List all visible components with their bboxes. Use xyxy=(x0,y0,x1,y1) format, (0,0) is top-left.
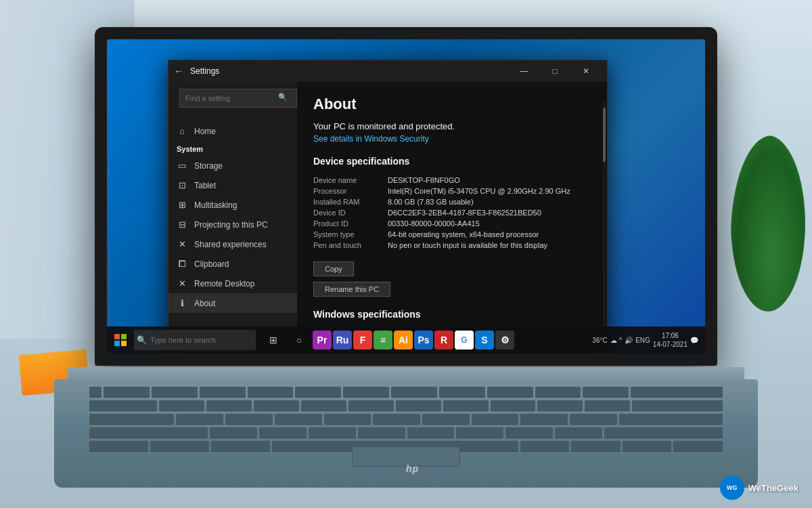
clock: 17:06 14-07-2021 xyxy=(653,331,687,349)
shared-label: Shared experiences xyxy=(194,240,267,249)
skype-icon[interactable]: S xyxy=(475,331,494,350)
spec-label: System type xyxy=(313,229,388,240)
spec-row: Device IDD6CC2EF3-2EB4-4187-8FE3-F862521… xyxy=(313,207,591,218)
key xyxy=(225,414,273,425)
settings-window: ← Settings — □ ✕ 🔍 xyxy=(168,60,608,351)
taskbar: 🔍 ⊞ ○ Pr Ru F ≡ Ai Ps R G S ⚙ 36°C xyxy=(107,326,705,354)
taskbar-app-icons: ⊞ ○ Pr Ru F ≡ Ai Ps R G S ⚙ xyxy=(261,327,514,353)
key xyxy=(343,387,389,398)
sidebar-search-container: 🔍 xyxy=(174,89,292,114)
sidebar-item-tablet[interactable]: ⊡ Tablet xyxy=(168,175,297,195)
copy-button[interactable]: Copy xyxy=(313,261,354,276)
search-icon: 🔍 xyxy=(278,93,288,102)
spec-value: DESKTOP-F8NF0GO xyxy=(388,175,591,186)
date-display: 14-07-2021 xyxy=(653,340,687,349)
spec-label: Device name xyxy=(313,175,388,186)
key xyxy=(89,387,102,398)
spec-label: Processor xyxy=(313,186,388,196)
scrollbar-thumb[interactable] xyxy=(603,108,606,162)
rename-button[interactable]: Rename this PC xyxy=(313,282,390,297)
close-button[interactable]: ✕ xyxy=(570,60,602,82)
device-specs-title: Device specifications xyxy=(313,156,591,167)
key xyxy=(422,414,470,425)
clipboard-label: Clipboard xyxy=(194,259,229,269)
cortana-icon[interactable]: ○ xyxy=(287,327,311,353)
laptop-screen-bezel: ← Settings — □ ✕ 🔍 xyxy=(95,27,717,366)
key xyxy=(391,387,437,398)
logo-cell-2 xyxy=(121,334,127,339)
key xyxy=(604,427,723,438)
minimize-button[interactable]: — xyxy=(508,60,539,82)
settings-icon[interactable]: ⚙ xyxy=(495,331,514,350)
key xyxy=(309,427,356,438)
projecting-label: Projecting to this PC xyxy=(194,220,268,230)
page-title: About xyxy=(313,96,591,113)
main-content: About Your PC is monitored and protected… xyxy=(297,82,607,350)
back-button[interactable]: ← xyxy=(174,66,183,77)
key xyxy=(254,400,299,411)
app-f-icon[interactable]: F xyxy=(353,331,372,350)
device-specs-table: Device nameDESKTOP-F8NF0GOProcessorIntel… xyxy=(313,175,591,251)
key-row-4 xyxy=(89,427,723,438)
about-icon: ℹ xyxy=(177,298,187,308)
chrome-icon[interactable]: G xyxy=(455,331,474,350)
key xyxy=(619,414,723,425)
spec-value: No pen or touch input is available for t… xyxy=(388,240,591,251)
spec-value: 8.00 GB (7.83 GB usable) xyxy=(388,196,591,207)
key xyxy=(555,427,602,438)
key xyxy=(259,427,307,438)
key xyxy=(89,414,174,425)
key xyxy=(443,400,489,411)
sidebar-item-clipboard[interactable]: ⧠ Clipboard xyxy=(168,254,297,274)
maximize-button[interactable]: □ xyxy=(539,60,570,82)
key xyxy=(632,400,723,411)
remote-icon: ✕ xyxy=(177,278,187,289)
shared-icon: ✕ xyxy=(177,239,187,249)
sidebar-item-projecting[interactable]: ⊟ Projecting to this PC xyxy=(168,215,297,234)
app-menu-icon[interactable]: ≡ xyxy=(374,331,392,350)
key xyxy=(206,400,252,411)
multitasking-icon: ⊞ xyxy=(177,200,187,210)
key xyxy=(570,414,617,425)
key xyxy=(439,387,485,398)
sidebar-item-remote-desktop[interactable]: ✕ Remote Desktop xyxy=(168,274,297,293)
storage-icon: ▭ xyxy=(177,161,187,171)
key-row-2 xyxy=(89,400,723,411)
key xyxy=(407,427,455,438)
spec-row: Installed RAM8.00 GB (7.83 GB usable) xyxy=(313,196,591,207)
app-ru-icon[interactable]: Ru xyxy=(333,331,352,350)
photoshop-icon[interactable]: Ps xyxy=(414,331,433,350)
spec-label: Product ID xyxy=(313,218,388,229)
start-button[interactable] xyxy=(110,329,131,351)
sidebar-item-multitasking[interactable]: ⊞ Multitasking xyxy=(168,195,297,215)
home-label: Home xyxy=(194,127,216,136)
taskbar-search-input[interactable] xyxy=(134,330,256,350)
sidebar-item-shared-experiences[interactable]: ✕ Shared experiences xyxy=(168,234,297,254)
key xyxy=(176,414,223,425)
storage-label: Storage xyxy=(194,161,223,171)
sidebar-item-about[interactable]: ℹ About xyxy=(168,293,297,313)
key xyxy=(159,400,204,411)
app-r-icon[interactable]: R xyxy=(434,331,453,350)
key xyxy=(200,387,246,398)
notification-icon[interactable]: 💬 xyxy=(690,337,698,344)
laptop-screen: ← Settings — □ ✕ 🔍 xyxy=(107,39,705,354)
language-indicator[interactable]: ENG xyxy=(635,337,650,344)
key xyxy=(152,387,198,398)
spec-row: Product ID00330-80000-00000-AA415 xyxy=(313,218,591,229)
network-icon: ☁ ^ xyxy=(610,337,622,344)
security-link[interactable]: See details in Windows Security xyxy=(313,134,591,144)
scrollbar[interactable] xyxy=(603,101,606,350)
key xyxy=(295,387,341,398)
spec-row: Device nameDESKTOP-F8NF0GO xyxy=(313,175,591,186)
sidebar-item-home[interactable]: ⌂ Home xyxy=(168,121,297,141)
premiere-icon[interactable]: Pr xyxy=(313,331,332,350)
key xyxy=(210,427,257,438)
illustrator-icon[interactable]: Ai xyxy=(394,331,413,350)
sidebar-item-storage[interactable]: ▭ Storage xyxy=(168,156,297,175)
key xyxy=(301,400,346,411)
window-content: 🔍 ⌂ Home System ▭ Storage ⊡ xyxy=(168,82,607,350)
window-controls: — □ ✕ xyxy=(508,60,602,82)
task-view-icon[interactable]: ⊞ xyxy=(261,327,286,353)
remote-label: Remote Desktop xyxy=(194,279,254,289)
